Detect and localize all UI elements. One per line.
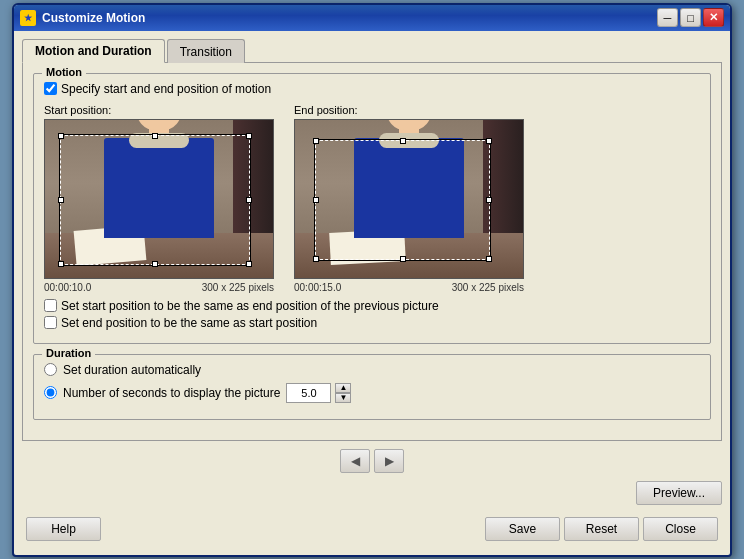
start-image-container[interactable]: [44, 119, 274, 279]
end-handle-bl[interactable]: [313, 256, 319, 262]
specify-checkbox-row: Specify start and end position of motion: [44, 82, 700, 96]
seconds-spinner: ▲ ▼: [286, 383, 351, 403]
footer-right-buttons: Save Reset Close: [485, 517, 718, 541]
save-button[interactable]: Save: [485, 517, 560, 541]
specify-checkbox-label: Specify start and end position of motion: [61, 82, 271, 96]
spinner-buttons: ▲ ▼: [335, 383, 351, 403]
bottom-nav: ◀ ▶: [22, 449, 722, 473]
end-handle-br[interactable]: [486, 256, 492, 262]
tab-content: Motion Specify start and end position of…: [22, 62, 722, 441]
seconds-duration-row: Number of seconds to display the picture…: [44, 383, 700, 403]
end-time: 00:00:15.0: [294, 282, 341, 293]
spinner-up-button[interactable]: ▲: [335, 383, 351, 393]
window-title: Customize Motion: [42, 11, 657, 25]
spinner-down-button[interactable]: ▼: [335, 393, 351, 403]
tabs-container: Motion and Duration Transition: [22, 39, 722, 63]
tab-motion-duration[interactable]: Motion and Duration: [22, 39, 165, 63]
same-as-start-label: Set end position to be the same as start…: [61, 316, 317, 330]
specify-checkbox[interactable]: [44, 82, 57, 95]
end-handle-ml[interactable]: [313, 197, 319, 203]
seconds-duration-label: Number of seconds to display the picture: [63, 386, 280, 400]
end-handle-tl[interactable]: [313, 138, 319, 144]
same-as-prev-row: Set start position to be the same as end…: [44, 299, 700, 313]
images-row: Start position:: [44, 104, 700, 293]
end-image-info: 00:00:15.0 300 x 225 pixels: [294, 282, 524, 293]
footer-preview: Preview...: [22, 481, 722, 505]
help-button[interactable]: Help: [26, 517, 101, 541]
start-image-info: 00:00:10.0 300 x 225 pixels: [44, 282, 274, 293]
checkbox-list: Set start position to be the same as end…: [44, 299, 700, 330]
same-as-prev-checkbox[interactable]: [44, 299, 57, 312]
end-handle-mr[interactable]: [486, 197, 492, 203]
preview-button[interactable]: Preview...: [636, 481, 722, 505]
end-image-container[interactable]: [294, 119, 524, 279]
start-position-section: Start position:: [44, 104, 274, 293]
maximize-button[interactable]: □: [680, 8, 701, 27]
close-window-button[interactable]: Close: [643, 517, 718, 541]
tab-transition[interactable]: Transition: [167, 39, 245, 63]
main-footer: Help Save Reset Close: [22, 511, 722, 547]
handle-tr[interactable]: [246, 133, 252, 139]
duration-group: Duration Set duration automatically Numb…: [33, 354, 711, 420]
auto-duration-row: Set duration automatically: [44, 363, 700, 377]
end-position-section: End position:: [294, 104, 524, 293]
same-as-start-row: Set end position to be the same as start…: [44, 316, 700, 330]
handle-br[interactable]: [246, 261, 252, 267]
end-handle-mt[interactable]: [400, 138, 406, 144]
end-size: 300 x 225 pixels: [452, 282, 524, 293]
end-position-label: End position:: [294, 104, 524, 116]
handle-mr[interactable]: [246, 197, 252, 203]
same-as-prev-label: Set start position to be the same as end…: [61, 299, 439, 313]
handle-bl[interactable]: [58, 261, 64, 267]
start-time: 00:00:10.0: [44, 282, 91, 293]
window-icon: ★: [20, 10, 36, 26]
motion-group: Motion Specify start and end position of…: [33, 73, 711, 344]
seconds-duration-radio[interactable]: [44, 386, 57, 399]
title-bar-buttons: ─ □ ✕: [657, 8, 724, 27]
auto-duration-label: Set duration automatically: [63, 363, 201, 377]
seconds-input[interactable]: [286, 383, 331, 403]
next-button[interactable]: ▶: [374, 449, 404, 473]
start-size: 300 x 225 pixels: [202, 282, 274, 293]
handle-mb[interactable]: [152, 261, 158, 267]
minimize-button[interactable]: ─: [657, 8, 678, 27]
end-handle-mb[interactable]: [400, 256, 406, 262]
motion-group-label: Motion: [42, 66, 86, 78]
end-handle-tr[interactable]: [486, 138, 492, 144]
window-body: Motion and Duration Transition Motion Sp…: [14, 31, 730, 555]
start-position-label: Start position:: [44, 104, 274, 116]
handle-ml[interactable]: [58, 197, 64, 203]
same-as-start-checkbox[interactable]: [44, 316, 57, 329]
start-selection-box[interactable]: [60, 135, 250, 265]
handle-tl[interactable]: [58, 133, 64, 139]
customize-motion-window: ★ Customize Motion ─ □ ✕ Motion and Dura…: [12, 3, 732, 557]
auto-duration-radio[interactable]: [44, 363, 57, 376]
prev-button[interactable]: ◀: [340, 449, 370, 473]
duration-group-label: Duration: [42, 347, 95, 359]
end-selection-box[interactable]: [315, 140, 490, 260]
reset-button[interactable]: Reset: [564, 517, 639, 541]
title-bar: ★ Customize Motion ─ □ ✕: [14, 5, 730, 31]
close-button[interactable]: ✕: [703, 8, 724, 27]
handle-mt[interactable]: [152, 133, 158, 139]
